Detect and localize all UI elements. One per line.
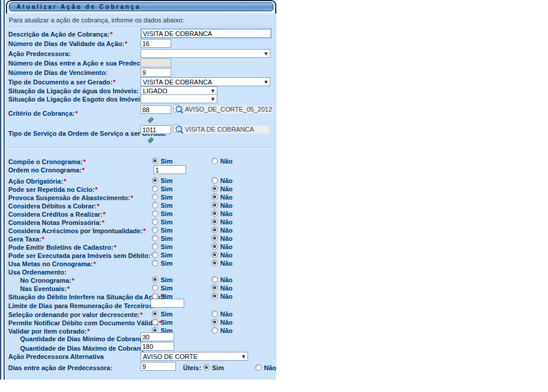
compoe-sim-radio[interactable]	[152, 158, 158, 164]
nao-label: Não	[220, 177, 233, 184]
uteis-sim-radio[interactable]	[203, 364, 210, 371]
metas-label: Usa Metas no Cronograma:*	[8, 260, 96, 267]
sim-label: Sim	[161, 158, 172, 165]
criterio-code-input[interactable]	[141, 105, 171, 114]
tipo-servico-result-text: VISITA DE COBRANCA	[183, 126, 269, 133]
nas-eventuais-sim-radio[interactable]	[152, 285, 158, 291]
row-ligacao-esgoto: Situação da Ligação de Esgoto dos Imóvei…	[6, 94, 276, 104]
dias-entre-acao-input[interactable]	[141, 362, 176, 371]
row-limite-dias: Limite de Dias para Remuneração de Terce…	[6, 299, 276, 309]
qtd-max-input[interactable]	[141, 342, 174, 351]
notas-nao-radio[interactable]	[211, 218, 218, 225]
repetida-nao-radio[interactable]	[211, 185, 218, 192]
required-asterisk: *	[113, 79, 115, 86]
ordem-cronograma-input[interactable]	[154, 165, 186, 174]
no-cronograma-sim-radio[interactable]	[152, 276, 158, 283]
permite-sim-radio[interactable]	[152, 319, 158, 325]
row-dias-entre-acao: Dias entre ação de Predecessora: Úteis: …	[6, 362, 276, 373]
tipo-servico-lookup-icon[interactable]	[173, 124, 183, 134]
creditos-nao-radio[interactable]	[211, 210, 218, 217]
pred-alternativa-label: Ação Predecessora Alternativa	[8, 353, 104, 360]
sim-label: Sim	[161, 251, 172, 259]
no-cronograma-nao-radio[interactable]	[211, 276, 218, 283]
ligacao-agua-label: Situação da Ligação de água dos Imóveis:	[8, 87, 139, 94]
ligacao-agua-select[interactable]: LIGADO ▼	[141, 86, 217, 95]
nas-eventuais-nao-radio[interactable]	[211, 285, 218, 291]
permite-notificar-label: Permite Notificar Débito com Documento V…	[8, 319, 162, 326]
taxa-sim-radio[interactable]	[152, 235, 158, 241]
limite-dias-input[interactable]	[151, 299, 184, 308]
criterio-result-text: AVISO_DE_CORTE_05_2012	[183, 106, 273, 113]
executada-sim-radio[interactable]	[152, 251, 158, 258]
acrescimos-sim-radio[interactable]	[152, 227, 158, 233]
outer-frame-left-edge	[0, 0, 5, 380]
required-asterisk: *	[103, 211, 106, 218]
compoe-nao-radio[interactable]	[211, 158, 218, 164]
no-cronograma-label: No Cronograma:*	[20, 277, 74, 284]
page-title: Atualizar Ação de Cobrança	[17, 4, 141, 10]
nao-label: Não	[220, 210, 233, 217]
metas-nao-radio[interactable]	[211, 260, 218, 266]
uteis-nao-radio[interactable]	[255, 364, 262, 371]
debitos-nao-radio[interactable]	[211, 202, 218, 208]
obrigatoria-nao-radio[interactable]	[211, 177, 218, 184]
executada-nao-radio[interactable]	[211, 251, 218, 258]
nao-label: Não	[220, 202, 233, 209]
sim-label: Sim	[161, 276, 172, 283]
criterio-eraser-icon[interactable]	[146, 116, 155, 124]
required-asterisk: *	[131, 194, 133, 201]
required-asterisk: *	[75, 110, 77, 117]
required-asterisk: *	[42, 236, 44, 243]
debitos-label: Considera Débitos a Cobrar:*	[8, 202, 99, 210]
acrescimos-nao-radio[interactable]	[211, 227, 218, 233]
boletins-nao-radio[interactable]	[211, 243, 218, 250]
tipo-servico-eraser-icon[interactable]	[146, 136, 155, 144]
required-asterisk: *	[83, 158, 86, 165]
dropdown-arrow-icon: ▼	[241, 354, 246, 360]
row-tipo-documento: Tipo de Documento a ser Gerado:* VISITA …	[6, 77, 276, 87]
obrigatoria-sim-radio[interactable]	[152, 177, 158, 184]
required-asterisk: *	[72, 277, 74, 284]
tipo-documento-select[interactable]: VISITA DE COBRANCA ▼	[141, 77, 270, 86]
permite-nao-radio[interactable]	[211, 319, 218, 325]
dias-entre-acao-label: Dias entre ação de Predecessora:	[8, 364, 112, 371]
obrigatoria-label: Ação Obrigatória:*	[8, 178, 66, 185]
acao-predecessora-select[interactable]: ▼	[141, 49, 270, 58]
notas-sim-radio[interactable]	[152, 218, 158, 225]
dias-entre-predecessora-input	[141, 58, 171, 67]
selecao-nao-radio[interactable]	[211, 311, 218, 317]
acrescimos-label: Considera Acréscimos por Impontualidade:…	[8, 227, 146, 234]
selecao-sim-radio[interactable]	[152, 311, 158, 317]
required-asterisk: *	[67, 285, 70, 292]
creditos-sim-radio[interactable]	[152, 210, 158, 217]
row-tipo-servico: Tipo de Serviço da Ordem de Serviço a se…	[6, 125, 276, 145]
tipo-servico-code-input[interactable]	[141, 125, 171, 134]
repetida-sim-radio[interactable]	[152, 185, 158, 192]
descricao-input[interactable]	[141, 28, 272, 38]
criterio-lookup-icon[interactable]	[173, 104, 183, 114]
sim-label: Sim	[161, 243, 172, 250]
required-asterisk: *	[82, 166, 84, 174]
nao-label: Não	[264, 364, 276, 371]
validade-input[interactable]	[141, 39, 171, 48]
limite-dias-label: Limite de Dias para Remuneração de Terce…	[8, 302, 155, 309]
taxa-nao-radio[interactable]	[211, 235, 218, 241]
sim-label: Sim	[161, 319, 172, 326]
debitos-sim-radio[interactable]	[152, 202, 158, 208]
sim-label: Sim	[161, 185, 172, 192]
dropdown-arrow-icon: ▼	[210, 88, 216, 94]
metas-sim-radio[interactable]	[152, 260, 158, 266]
row-acao-predecessora: Ação Predecessora: ▼	[6, 49, 276, 58]
intro-text: Para atualizar a ação de cobrança, infor…	[9, 17, 184, 24]
boletins-sim-radio[interactable]	[152, 243, 158, 250]
qtd-min-input[interactable]	[141, 332, 174, 341]
provoca-nao-radio[interactable]	[211, 194, 218, 200]
pred-alternativa-select[interactable]: AVISO DE CORTE ▼	[141, 352, 248, 361]
tipo-documento-label: Tipo de Documento a ser Gerado:*	[8, 79, 116, 86]
vencimento-input[interactable]	[141, 68, 171, 77]
required-asterisk: *	[141, 311, 143, 318]
nao-label: Não	[220, 311, 233, 318]
provoca-sim-radio[interactable]	[152, 194, 158, 200]
ligacao-esgoto-select[interactable]: ▼	[141, 94, 217, 103]
row-qtd-min: Quantidade de Dias Mínimo de Cobrança:	[6, 332, 276, 342]
